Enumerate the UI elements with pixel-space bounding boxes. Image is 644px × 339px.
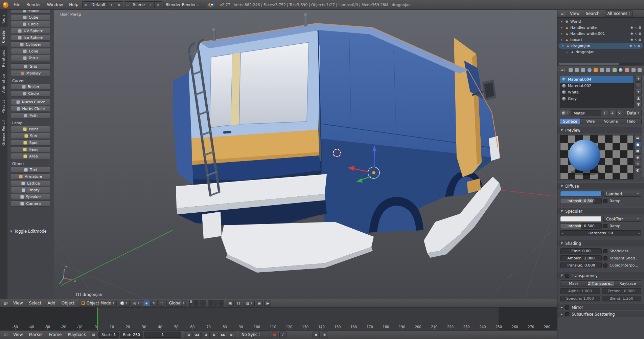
properties-tab-render[interactable] [568,67,573,73]
diffuse-panel-header[interactable]: ▼ Diffuse [557,183,644,189]
outliner-row-world[interactable]: ▸●World [557,18,644,24]
add-nurbs-curve-button[interactable]: Nurbs Curve [11,99,50,105]
editor-type-button[interactable]: ▦▴▾ [2,300,9,306]
unlink-material-button[interactable]: × [616,110,622,116]
add-bezier-button[interactable]: Bezier [11,84,50,90]
transparency-mode-raytrace[interactable]: Raytrace [614,280,641,287]
current-frame-indicator[interactable] [97,308,98,330]
transform-orientation-dropdown[interactable]: Global ▴▾ [166,300,187,306]
rotate-manipulator-button[interactable]: ↻ [151,300,158,306]
layer-20[interactable] [221,303,224,306]
layer-12[interactable] [211,300,214,303]
expander-icon[interactable]: ▸ [566,50,569,54]
diffuse-color-swatch[interactable] [560,191,602,197]
restrict-render-icon[interactable]: ▦ [638,26,641,29]
browse-material-button[interactable]: ▾ [560,110,570,116]
restrict-select-icon[interactable]: ↖ [635,32,637,35]
move-slot-up-button[interactable]: ▲ [635,95,642,101]
snap-element-dropdown[interactable]: ▦ ▴▾ [244,300,255,306]
layer-13[interactable] [214,300,217,303]
restrict-view-icon[interactable]: ◉ [630,38,633,41]
menu-render[interactable]: Render [23,2,44,7]
viewport-shading-dropdown[interactable]: ▴▾ [118,300,130,306]
add-torus-button[interactable]: Torus [11,55,50,61]
tab-grease-pencil[interactable]: Grease Pencil [0,117,7,149]
diffuse-ramp-checkbox[interactable] [603,199,607,203]
menu-view[interactable]: View [10,301,26,305]
properties-tab-modifiers[interactable] [605,67,611,73]
tab-relations[interactable]: Relations [0,46,7,70]
translate-manipulator-button[interactable]: + [143,300,150,306]
insert-keyframe-icon[interactable]: ∗ [321,332,328,338]
new-material-button[interactable]: + [609,110,615,116]
pivot-point-dropdown[interactable]: ◎ ▴▾ [131,300,142,306]
add-layout-button[interactable]: + [108,2,115,8]
expander-icon[interactable]: ▸ [560,26,564,29]
keying-set-icon[interactable]: ◆ [313,332,320,338]
scene-selector[interactable]: ◱ Scene + × [124,1,162,8]
add-camera-button[interactable]: Camera [11,200,50,207]
blender-app-icon[interactable] [3,2,8,8]
scene-value[interactable]: Scene [131,2,147,8]
menu-select[interactable]: Select [26,301,44,305]
specular-shader-dropdown[interactable]: CookTorr ▾ [603,216,641,222]
menu-help[interactable]: Help [66,2,81,7]
properties-tab-object-data[interactable] [612,67,617,73]
editor-type-button[interactable]: ≡▴▾ [559,67,566,73]
add-point-button[interactable]: Point [11,126,50,132]
audio-mute-icon[interactable]: ♪ [279,332,286,338]
mirror-panel-header[interactable]: ► Mirror [557,304,644,311]
material-specials-button[interactable]: ▾ [635,89,642,94]
frame-start-field[interactable]: Start: 1 [98,332,119,338]
opengl-render-image-button[interactable]: ◉ [256,300,263,306]
layer-3[interactable] [196,300,199,303]
prev-keyframe-button[interactable]: ◀◀ [192,332,201,338]
preview-cube-button[interactable]: ■ [635,148,641,154]
tab-tools[interactable]: Tools [0,11,7,27]
menu-view[interactable]: View [10,332,26,337]
layer-8[interactable] [196,303,199,306]
material-type-wire[interactable]: Wire [580,118,601,124]
screen-layout-selector[interactable]: ▦ Default + × [82,1,123,8]
menu-window[interactable]: Window [44,2,66,7]
properties-tab-scene[interactable] [580,67,586,73]
menu-frame[interactable]: Frame [46,332,65,337]
add-cylinder-button[interactable]: Cylinder [11,41,50,47]
van-model[interactable] [172,13,501,273]
expander-icon[interactable]: ▸ [560,32,564,35]
expander-icon[interactable]: ▾ [561,44,565,47]
add-plane-button[interactable]: Plane [11,10,50,14]
outliner-row-boxart[interactable]: ▸▲boxart◉↖▦ [557,37,644,43]
transparency-field-blend[interactable]: Blend: 1.250 [602,296,642,301]
outliner-row-dragonjan[interactable]: ▸▲dragonjan [557,49,644,55]
add-area-button[interactable]: Area [11,153,50,159]
add-speaker-button[interactable]: Speaker [11,194,50,200]
transparency-panel-header[interactable]: ▼ Transparency [557,272,644,279]
material-slot-material-004[interactable]: Material.004 [560,76,634,83]
diffuse-intensity-slider[interactable]: Intensit: 0.800 [560,198,602,204]
add-uv-sphere-button[interactable]: UV Sphere [11,28,50,34]
material-type-halo[interactable]: Halo [621,118,642,124]
layer-11[interactable] [208,300,211,303]
layer-5[interactable] [203,300,206,303]
material-slot-grey[interactable]: Grey [560,96,634,102]
timeline-ruler[interactable]: -50-40-30-20-100102030405060708090100110… [0,308,557,330]
render-engine-dropdown[interactable]: Blender Render ▴▾ [163,2,206,8]
add-sun-button[interactable]: Sun [11,133,50,139]
transparency-field-alpha[interactable]: Alpha: 1.000 [560,288,600,294]
restrict-render-icon[interactable]: ▦ [638,38,641,41]
checkbox-tangent-shad[interactable] [603,256,607,260]
add-armature-button[interactable]: Armature [11,173,50,179]
editor-type-button[interactable]: ≡▴▾ [559,10,566,17]
preview-monkey-button[interactable]: ◆ [635,154,641,160]
restrict-view-icon[interactable]: ◉ [629,44,632,47]
properties-tab-particles[interactable] [631,67,636,73]
shading-field-emit[interactable]: Emit: 0.00 [560,248,602,254]
outliner-row-handles-white[interactable]: ▸▲Handles white◉↖▦ [557,24,644,30]
close-layout-button[interactable]: × [115,2,122,8]
transparency-checkbox[interactable] [565,274,569,278]
add-spot-button[interactable]: Spot [11,140,50,146]
expander-icon[interactable]: ▸ [560,38,564,41]
material-name-field[interactable]: Materi [571,110,601,116]
transparency-mode-mask[interactable]: Mask [560,280,588,287]
